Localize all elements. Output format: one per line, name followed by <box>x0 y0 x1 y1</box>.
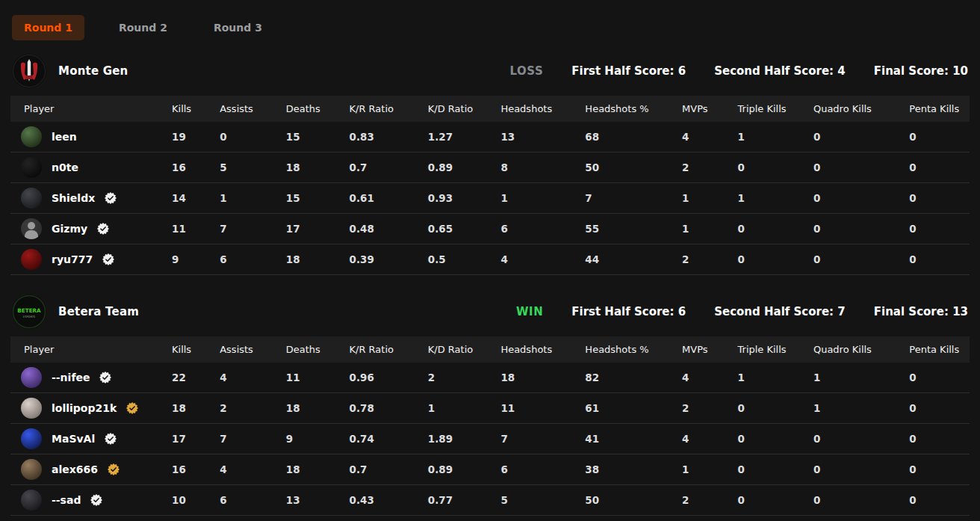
stat-cell: 0.78 <box>344 393 422 424</box>
stat-cell: 0 <box>732 244 807 275</box>
stat-cell: 1 <box>422 393 495 424</box>
team-name: Betera Team <box>58 305 139 318</box>
stat-cell: 11 <box>494 393 579 424</box>
stat-cell: 1 <box>676 454 731 485</box>
column-header-k-d-ratio: K/D Ratio <box>422 96 495 122</box>
stat-cell: 1 <box>807 363 903 393</box>
stat-cell: 0 <box>732 393 807 424</box>
player-nickname[interactable]: MaSvAl <box>52 433 95 445</box>
stat-cell: 0 <box>214 122 280 152</box>
stat-cell: 1 <box>732 183 807 214</box>
player-cell[interactable]: MaSvAl <box>21 428 160 449</box>
stat-cell: 0.74 <box>344 424 422 454</box>
score-item-1: First Half Score: 6 <box>571 64 686 78</box>
stat-cell: 6 <box>494 454 579 485</box>
stat-cell: 2 <box>214 393 280 424</box>
stat-cell: 0.83 <box>344 122 422 152</box>
stat-cell: 0 <box>903 393 970 424</box>
player-cell[interactable]: Gizmy <box>21 218 160 239</box>
stat-cell: 0.48 <box>344 214 422 244</box>
player-avatar <box>21 249 42 270</box>
round-tab-2[interactable]: Round 2 <box>107 15 179 40</box>
player-row: --nifee 224110.96218824110 <box>10 363 970 393</box>
player-cell[interactable]: --nifee <box>21 367 160 388</box>
player-nickname[interactable]: alex666 <box>52 463 98 475</box>
white-verified-badge-icon <box>99 372 111 383</box>
stat-cell: 0 <box>903 244 970 275</box>
stat-cell: 7 <box>494 424 579 454</box>
column-header-quadro-kills: Quadro Kills <box>807 96 903 122</box>
player-avatar <box>21 367 42 388</box>
stat-cell: 0.61 <box>344 183 422 214</box>
player-cell[interactable]: alex666 <box>21 459 160 480</box>
stat-cell: 18 <box>280 244 344 275</box>
player-row: lollipop21k 182180.78111612010 <box>10 393 970 424</box>
team-name: Monte Gen <box>58 64 128 78</box>
round-tab-1[interactable]: Round 1 <box>12 15 84 40</box>
player-cell[interactable]: ryu777 <box>21 249 160 270</box>
stat-cell: 0.96 <box>344 363 422 393</box>
stat-cell: 15 <box>280 183 344 214</box>
player-cell[interactable]: leen <box>21 126 160 147</box>
stat-cell: 0.77 <box>422 485 495 516</box>
team-scores: WIN First Half Score: 6Second Half Score… <box>516 305 968 318</box>
stat-cell: 0 <box>903 152 970 183</box>
stat-cell: 0.65 <box>422 214 495 244</box>
player-nickname[interactable]: n0te <box>52 161 78 173</box>
stat-cell: 61 <box>579 393 676 424</box>
column-header-headshots: Headshots <box>494 336 579 363</box>
player-cell[interactable]: n0te <box>21 157 160 178</box>
stat-cell: 7 <box>579 183 676 214</box>
stat-cell: 14 <box>166 183 214 214</box>
column-header-headshots-: Headshots % <box>579 96 676 122</box>
player-stats-table: PlayerKillsAssistsDeathsK/R RatioK/D Rat… <box>10 336 970 516</box>
player-nickname[interactable]: leen <box>52 131 77 143</box>
stat-cell: 0 <box>807 214 903 244</box>
stat-cell: 0 <box>807 152 903 183</box>
player-nickname[interactable]: ryu777 <box>52 253 93 265</box>
player-nickname[interactable]: Gizmy <box>52 223 87 235</box>
player-nickname[interactable]: --sad <box>52 494 81 506</box>
player-nickname[interactable]: --nifee <box>52 372 90 383</box>
stat-cell: 68 <box>579 122 676 152</box>
stat-cell: 18 <box>280 393 344 424</box>
match-result-badge: WIN <box>516 305 543 318</box>
stat-cell: 50 <box>579 152 676 183</box>
column-header-deaths: Deaths <box>280 96 344 122</box>
player-cell[interactable]: lollipop21k <box>21 398 160 419</box>
white-verified-badge-icon <box>90 494 102 506</box>
stat-cell: 2 <box>676 485 731 516</box>
column-header-k-r-ratio: K/R Ratio <box>344 336 422 363</box>
player-nickname[interactable]: lollipop21k <box>52 402 117 414</box>
player-nickname[interactable]: Shieldx <box>52 192 95 204</box>
stat-cell: 38 <box>579 454 676 485</box>
player-row: MaSvAl 17790.741.897414000 <box>10 424 970 454</box>
player-cell[interactable]: --sad <box>21 490 160 511</box>
svg-text:ESPORTS: ESPORTS <box>23 315 36 318</box>
stat-cell: 16 <box>166 152 214 183</box>
player-avatar <box>21 157 42 178</box>
column-header-k-r-ratio: K/R Ratio <box>344 96 422 122</box>
stat-cell: 11 <box>166 214 214 244</box>
player-avatar <box>21 188 42 209</box>
stat-cell: 17 <box>280 214 344 244</box>
team-header: BETERA ESPORTS Betera Team WIN First Hal… <box>10 295 970 329</box>
stat-cell: 1 <box>494 183 579 214</box>
round-tab-3[interactable]: Round 3 <box>202 15 274 40</box>
column-header-penta-kills: Penta Kills <box>903 336 970 363</box>
stat-cell: 4 <box>494 244 579 275</box>
column-header-mvps: MVPs <box>676 96 731 122</box>
stat-cell: 0.43 <box>344 485 422 516</box>
stat-cell: 18 <box>280 454 344 485</box>
stat-cell: 0 <box>903 454 970 485</box>
stat-cell: 0 <box>807 183 903 214</box>
stat-cell: 0.39 <box>344 244 422 275</box>
column-header-player: Player <box>10 96 166 122</box>
column-header-mvps: MVPs <box>676 336 731 363</box>
stat-cell: 1 <box>732 122 807 152</box>
stat-cell: 0 <box>807 454 903 485</box>
player-cell[interactable]: Shieldx <box>21 188 160 209</box>
stat-cell: 4 <box>676 424 731 454</box>
score-item-1: First Half Score: 6 <box>571 305 686 318</box>
stat-cell: 0 <box>903 183 970 214</box>
